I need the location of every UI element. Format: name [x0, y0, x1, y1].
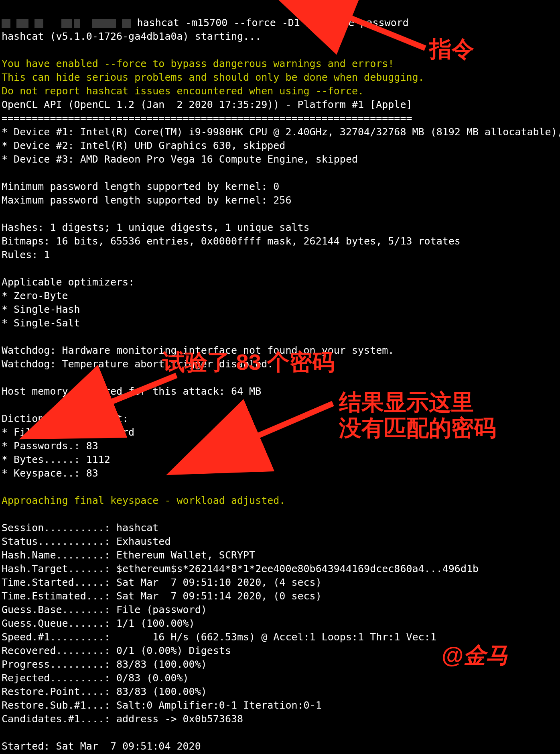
- watchdog-line-1: Watchdog: Hardware monitoring interface …: [2, 344, 394, 356]
- hostmem-line: Host memory required for this attack: 64…: [2, 385, 261, 397]
- status-restoresub: Restore.Sub.#1...: Salt:0 Amplifier:0-1 …: [2, 699, 322, 711]
- status-recovered: Recovered........: 0/1 (0.00%) Digests: [2, 645, 231, 656]
- optimizer-item: * Zero-Byte: [2, 290, 68, 302]
- device-line-1: * Device #1: Intel(R) Core(TM) i9-9980HK…: [2, 126, 560, 138]
- optimizer-item: * Single-Hash: [2, 304, 80, 315]
- device-line-3: * Device #3: AMD Radeon Pro Vega 16 Comp…: [2, 153, 358, 165]
- optimizer-item: * Single-Salt: [2, 317, 80, 329]
- command-line: hashcat -m15700 --force -D1 hashcode pas…: [131, 17, 408, 29]
- status-rejected: Rejected.........: 0/83 (0.00%): [2, 672, 189, 684]
- warn-line-1: You have enabled --force to bypass dange…: [2, 58, 394, 69]
- status-session: Session..........: hashcat: [2, 522, 158, 534]
- warn-line-3: Do not report hashcat issues encountered…: [2, 85, 364, 97]
- min-pw-line: Minimum password length supported by ker…: [2, 181, 279, 192]
- status-timeestimated: Time.Estimated...: Sat Mar 7 09:51:14 20…: [2, 590, 322, 602]
- prompt-line: hashcat -m15700 --force -D1 hashcode pas…: [2, 17, 409, 29]
- status-progress: Progress.........: 83/83 (100.00%): [2, 658, 207, 670]
- starting-line: hashcat (v5.1.0-1726-ga4db1a0a) starting…: [2, 31, 261, 42]
- status-timestarted: Time.Started.....: Sat Mar 7 09:51:10 20…: [2, 577, 322, 588]
- status-guessbase: Guess.Base.......: File (password): [2, 604, 207, 615]
- opencl-line: OpenCL API (OpenCL 1.2 (Jan 2 2020 17:35…: [2, 99, 412, 110]
- status-hashname: Hash.Name........: Ethereum Wallet, SCRY…: [2, 549, 255, 561]
- device-line-2: * Device #2: Intel(R) UHD Graphics 630, …: [2, 140, 285, 151]
- dict-bytes: * Bytes.....: 1112: [2, 454, 110, 465]
- warn-line-2: This can hide serious problems and shoul…: [2, 71, 424, 83]
- optimizers-header: Applicable optimizers:: [2, 276, 134, 288]
- dict-filename: * Filename..: password: [2, 426, 134, 438]
- status-candidates: Candidates.#1....: address -> 0x0b573638: [2, 713, 243, 725]
- terminal-output: hashcat -m15700 --force -D1 hashcode pas…: [0, 0, 560, 754]
- started-line: Started: Sat Mar 7 09:51:04 2020: [2, 740, 201, 752]
- status-hashtarget: Hash.Target......: $ethereum$s*262144*8*…: [2, 563, 479, 575]
- dict-keyspace: * Keyspace..: 83: [2, 467, 98, 479]
- status-restorepoint: Restore.Point....: 83/83 (100.00%): [2, 686, 207, 697]
- status-speed: Speed.#1.........: 16 H/s (662.53ms) @ A…: [2, 631, 436, 643]
- dict-passwords: * Passwords.: 83: [2, 440, 98, 452]
- watchdog-line-2: Watchdog: Temperature abort trigger disa…: [2, 358, 273, 370]
- max-pw-line: Maximum password length supported by ker…: [2, 194, 291, 206]
- rules-line: Rules: 1: [2, 249, 50, 261]
- status-guessqueue: Guess.Queue......: 1/1 (100.00%): [2, 617, 195, 629]
- separator-line: ========================================…: [2, 112, 412, 124]
- approach-line: Approaching final keyspace - workload ad…: [2, 495, 285, 506]
- status-status: Status...........: Exhausted: [2, 536, 170, 547]
- dict-header: Dictionary cache hit:: [2, 413, 128, 424]
- bitmaps-line: Bitmaps: 16 bits, 65536 entries, 0x0000f…: [2, 235, 461, 247]
- hashes-line: Hashes: 1 digests; 1 unique digests, 1 u…: [2, 222, 310, 233]
